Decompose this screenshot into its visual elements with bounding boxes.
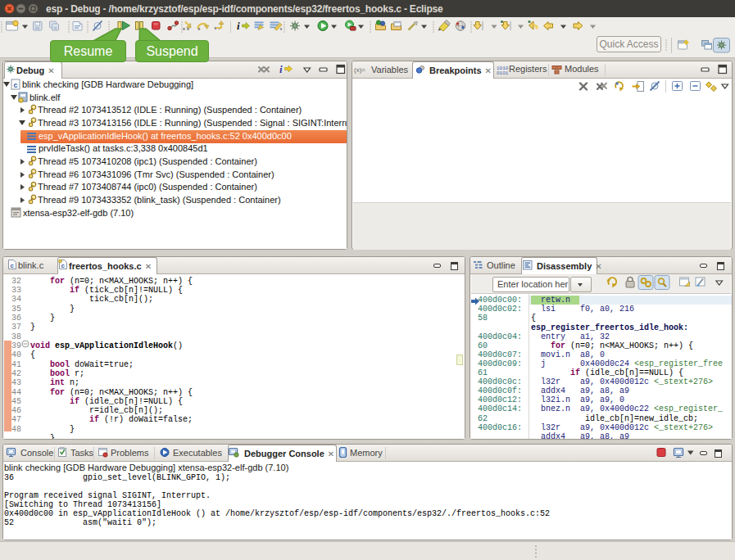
svg-text:c: c <box>11 262 15 269</box>
svg-text:i: i <box>237 20 240 32</box>
svg-text:c: c <box>14 81 18 89</box>
svg-text:c: c <box>61 262 66 269</box>
svg-text:0101: 0101 <box>497 70 509 76</box>
svg-text:i: i <box>279 63 283 75</box>
svg-text:(x)=: (x)= <box>354 66 365 74</box>
